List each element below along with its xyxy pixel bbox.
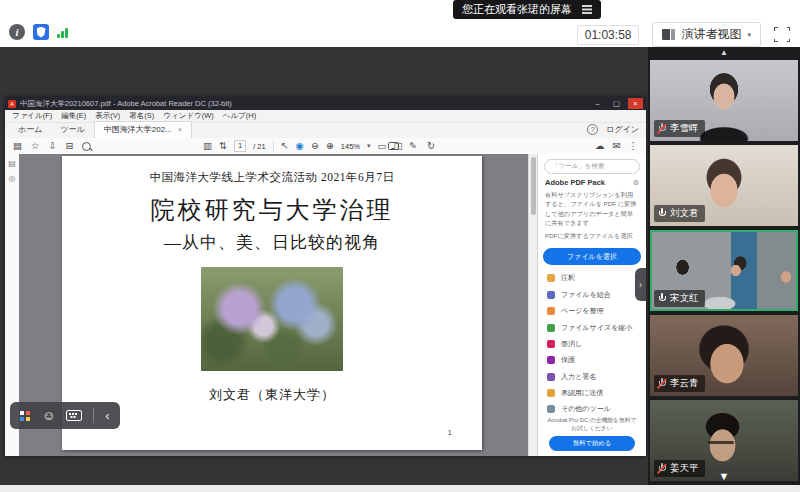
login-button[interactable]: ログイン — [606, 124, 639, 135]
tool-item-send-review[interactable]: 承認用に送信 — [538, 385, 646, 401]
tab-document[interactable]: 中国海洋大学202... × — [94, 121, 193, 138]
participants-sidebar: ▲ 李雪晖 刘文君 宋文红 — [648, 47, 800, 485]
zoom-level-select[interactable]: 145% — [341, 142, 360, 151]
participant-video-1[interactable]: 李雪晖 — [650, 60, 798, 141]
tab-close-icon[interactable]: × — [178, 126, 183, 134]
star-favorites-icon[interactable]: ☆ — [31, 139, 40, 153]
tool-item-comment[interactable]: 注釈 — [538, 270, 646, 286]
help-icon[interactable]: ? — [587, 124, 598, 135]
pdf-pack-link[interactable]: PDFに変換するファイルを選択 — [545, 232, 639, 241]
participant-video-5[interactable]: 姜天平 — [650, 400, 798, 481]
combine-files-icon — [547, 291, 555, 299]
scrollbar-thumb[interactable] — [531, 157, 536, 215]
tool-label: その他のツール — [561, 404, 611, 414]
zoom-caret-icon[interactable]: ▾ — [367, 142, 371, 150]
participant-video-2[interactable]: 刘文君 — [650, 145, 798, 226]
scroll-down-icon[interactable]: ▼ — [719, 470, 730, 482]
organize-pages-icon — [547, 307, 555, 315]
meeting-status-group: i — [9, 24, 68, 40]
captions-keyboard-icon[interactable] — [66, 410, 82, 421]
more-options-icon[interactable]: ⋮ — [629, 139, 639, 153]
slide-page-number: 1 — [448, 428, 452, 437]
menu-sign[interactable]: 署名(S) — [129, 111, 154, 121]
participant-thumbnails: 李雪晖 刘文君 宋文红 李云青 — [650, 60, 798, 481]
menu-view[interactable]: 表示(V) — [95, 111, 120, 121]
tool-item-fill-sign[interactable]: 入力と署名 — [538, 368, 646, 384]
tab-tools[interactable]: ツール — [51, 122, 93, 138]
shared-screen-area: A 中国海洋大学20210607.pdf - Adobe Acrobat Rea… — [0, 47, 648, 485]
save-file-icon[interactable]: ▤ — [13, 139, 22, 153]
meeting-overlay-toolbar: ☺ ‹ — [10, 402, 120, 429]
sidebar-toggle-icon[interactable]: ▥ — [203, 139, 212, 153]
participant-name: 宋文红 — [670, 292, 699, 305]
tool-item-organize[interactable]: ページを整理 — [538, 303, 646, 319]
scroll-up-icon[interactable]: ▲ — [720, 48, 728, 57]
acrobat-titlebar[interactable]: A 中国海洋大学20210607.pdf - Adobe Acrobat Rea… — [5, 97, 646, 110]
network-signal-icon — [57, 26, 68, 38]
fullscreen-icon[interactable] — [774, 27, 790, 42]
tool-item-redact[interactable]: 墨消し — [538, 336, 646, 352]
bookmarks-panel-icon[interactable]: ▤ — [8, 159, 16, 168]
meeting-timer: 01:03:58 — [577, 25, 640, 45]
watching-screen-banner[interactable]: 您正在观看张珺的屏幕 — [453, 0, 601, 19]
promo-button[interactable]: 無料で始める — [549, 436, 635, 451]
menu-window[interactable]: ウィンドウ(W) — [163, 111, 213, 121]
tabbar-right-group: ? ログイン — [587, 124, 639, 135]
participant-badge: 李云青 — [654, 375, 705, 392]
zoom-in-icon[interactable]: ⊕ — [326, 139, 334, 153]
hand-tool-icon[interactable]: ◉ — [296, 139, 304, 153]
participant-video-4[interactable]: 李云青 — [650, 315, 798, 396]
shield-glyph — [37, 27, 46, 38]
tool-item-combine[interactable]: ファイルを結合 — [538, 287, 646, 303]
rotate-icon[interactable]: ↻ — [427, 139, 435, 153]
fill-sign-icon[interactable]: ✎ — [409, 139, 417, 153]
download-icon[interactable]: ⇩ — [49, 139, 57, 153]
search-icon[interactable] — [82, 142, 91, 151]
tool-label: 承認用に送信 — [561, 388, 603, 398]
email-icon[interactable]: ✉ — [613, 139, 621, 153]
tool-label: 墨消し — [561, 339, 582, 349]
comment-icon[interactable] — [388, 142, 399, 150]
select-file-button[interactable]: ファイルを選択 — [543, 248, 641, 265]
promo-text: Acrobat Pro DC の全機能を無料でお試しください — [547, 416, 637, 433]
menu-edit[interactable]: 編集(E) — [61, 111, 86, 121]
chevron-down-icon: ▾ — [747, 31, 751, 39]
tab-home[interactable]: ホーム — [9, 122, 51, 138]
close-button[interactable]: × — [628, 98, 643, 109]
tab-document-label: 中国海洋大学202... — [104, 124, 172, 135]
zoom-out-icon[interactable]: ⊖ — [311, 139, 319, 153]
collapse-toolbar-icon[interactable]: ‹ — [105, 409, 109, 422]
toolbar-divider — [273, 141, 274, 151]
menu-help[interactable]: ヘルプ(H) — [223, 111, 256, 121]
speaker-view-button[interactable]: 演讲者视图 ▾ — [652, 22, 761, 47]
fit-page-icon[interactable]: ▭ — [378, 139, 387, 153]
minimize-button[interactable]: – — [590, 98, 605, 109]
tools-list: 注釈 ファイルを結合 ページを整理 ファイルサイズを縮小 墨消し — [538, 270, 646, 417]
participant-name: 李云青 — [670, 377, 699, 390]
security-shield-icon[interactable] — [33, 24, 49, 40]
tool-item-compress[interactable]: ファイルサイズを縮小 — [538, 319, 646, 335]
select-tool-icon[interactable]: ↖ — [281, 139, 289, 153]
apps-grid-icon[interactable] — [20, 411, 24, 415]
layout-view-icon — [662, 29, 675, 40]
gear-icon[interactable]: ⚙ — [633, 179, 639, 187]
cloud-share-icon[interactable]: ☁ — [595, 139, 605, 153]
page-number-input[interactable]: 1 — [234, 140, 246, 152]
tool-label: 入力と署名 — [561, 372, 596, 382]
tool-label: 注釈 — [561, 273, 575, 283]
tool-item-protect[interactable]: 保護 — [538, 352, 646, 368]
menu-file[interactable]: ファイル(F) — [12, 111, 52, 121]
page-nav-icon[interactable]: ⇅ — [219, 139, 227, 153]
slide-header: 中国海洋大学线上学术交流活动 2021年6月7日 — [62, 170, 482, 185]
tools-search-input[interactable]: 「ツール」を検索 — [544, 159, 640, 174]
participant-video-3[interactable]: 宋文红 — [650, 230, 798, 311]
panel-expand-handle[interactable]: › — [635, 268, 646, 301]
mic-muted-icon — [658, 123, 666, 134]
attachments-panel-icon[interactable]: ◎ — [9, 174, 16, 183]
comment-tool-icon — [547, 274, 555, 282]
banner-menu-icon[interactable] — [582, 5, 592, 7]
meeting-info-icon[interactable]: i — [9, 24, 25, 40]
print-icon[interactable]: ⊟ — [65, 139, 73, 153]
emoji-reaction-icon[interactable]: ☺ — [42, 409, 55, 422]
maximize-button[interactable]: ▢ — [609, 98, 624, 109]
